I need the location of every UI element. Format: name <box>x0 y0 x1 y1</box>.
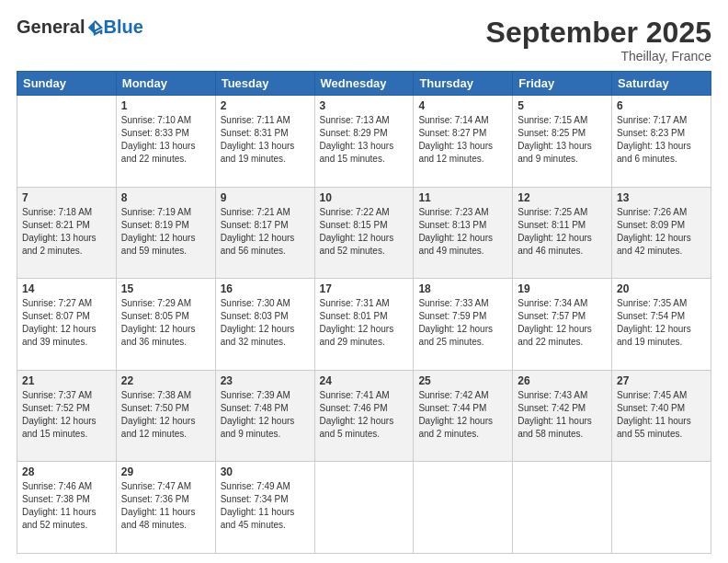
day-info: Sunrise: 7:29 AMSunset: 8:05 PMDaylight:… <box>121 297 210 349</box>
day-number: 10 <box>320 191 409 204</box>
day-number: 23 <box>221 374 310 387</box>
month-title: September 2025 <box>486 17 711 49</box>
logo-blue-text: Blue <box>103 17 142 38</box>
day-info: Sunrise: 7:43 AMSunset: 7:42 PMDaylight:… <box>518 389 607 441</box>
day-number: 24 <box>320 374 409 387</box>
day-number: 1 <box>121 99 210 112</box>
day-number: 7 <box>22 191 111 204</box>
col-wednesday: Wednesday <box>314 72 414 96</box>
day-info: Sunrise: 7:42 AMSunset: 7:44 PMDaylight:… <box>418 389 507 441</box>
calendar-cell: 9Sunrise: 7:21 AMSunset: 8:17 PMDaylight… <box>215 187 314 279</box>
calendar-cell: 28Sunrise: 7:46 AMSunset: 7:38 PMDayligh… <box>17 462 117 554</box>
day-info: Sunrise: 7:39 AMSunset: 7:48 PMDaylight:… <box>221 389 310 441</box>
day-number: 14 <box>22 282 111 295</box>
day-number: 11 <box>418 191 507 204</box>
day-info: Sunrise: 7:33 AMSunset: 7:59 PMDaylight:… <box>418 297 507 349</box>
subtitle: Theillay, France <box>486 49 711 63</box>
day-info: Sunrise: 7:41 AMSunset: 7:46 PMDaylight:… <box>320 389 409 441</box>
day-number: 19 <box>518 282 607 295</box>
calendar-cell: 16Sunrise: 7:30 AMSunset: 8:03 PMDayligh… <box>215 279 314 371</box>
calendar-cell <box>314 462 414 554</box>
title-area: September 2025 Theillay, France <box>486 17 711 63</box>
day-info: Sunrise: 7:17 AMSunset: 8:23 PMDaylight:… <box>617 114 706 166</box>
logo-general-text: General <box>17 17 85 38</box>
day-number: 6 <box>617 99 706 112</box>
col-sunday: Sunday <box>17 72 117 96</box>
day-info: Sunrise: 7:18 AMSunset: 8:21 PMDaylight:… <box>22 206 111 258</box>
calendar-cell: 5Sunrise: 7:15 AMSunset: 8:25 PMDaylight… <box>513 96 612 188</box>
calendar-cell: 15Sunrise: 7:29 AMSunset: 8:05 PMDayligh… <box>116 279 215 371</box>
day-number: 15 <box>121 282 210 295</box>
day-number: 5 <box>518 99 607 112</box>
calendar-cell <box>612 462 711 554</box>
day-info: Sunrise: 7:30 AMSunset: 8:03 PMDaylight:… <box>221 297 310 349</box>
day-number: 9 <box>221 191 310 204</box>
calendar-cell: 29Sunrise: 7:47 AMSunset: 7:36 PMDayligh… <box>116 462 215 554</box>
day-info: Sunrise: 7:45 AMSunset: 7:40 PMDaylight:… <box>617 389 706 441</box>
page: General Blue September 2025 Theillay, Fr… <box>0 0 728 563</box>
day-number: 26 <box>518 374 607 387</box>
week-row-1: 7Sunrise: 7:18 AMSunset: 8:21 PMDaylight… <box>17 187 711 279</box>
day-number: 28 <box>22 465 111 478</box>
calendar-cell: 17Sunrise: 7:31 AMSunset: 8:01 PMDayligh… <box>314 279 414 371</box>
day-number: 27 <box>617 374 706 387</box>
calendar-cell: 20Sunrise: 7:35 AMSunset: 7:54 PMDayligh… <box>612 279 711 371</box>
day-number: 18 <box>418 282 507 295</box>
day-info: Sunrise: 7:25 AMSunset: 8:11 PMDaylight:… <box>518 206 607 258</box>
day-number: 29 <box>121 465 210 478</box>
week-row-3: 21Sunrise: 7:37 AMSunset: 7:52 PMDayligh… <box>17 370 711 462</box>
day-number: 8 <box>121 191 210 204</box>
calendar-cell: 21Sunrise: 7:37 AMSunset: 7:52 PMDayligh… <box>17 370 117 462</box>
day-number: 4 <box>418 99 507 112</box>
calendar-header-row: Sunday Monday Tuesday Wednesday Thursday… <box>17 72 711 96</box>
day-info: Sunrise: 7:46 AMSunset: 7:38 PMDaylight:… <box>22 480 111 532</box>
calendar-cell: 7Sunrise: 7:18 AMSunset: 8:21 PMDaylight… <box>17 187 117 279</box>
day-info: Sunrise: 7:35 AMSunset: 7:54 PMDaylight:… <box>617 297 706 349</box>
day-info: Sunrise: 7:34 AMSunset: 7:57 PMDaylight:… <box>518 297 607 349</box>
day-number: 30 <box>221 465 310 478</box>
calendar-cell: 6Sunrise: 7:17 AMSunset: 8:23 PMDaylight… <box>612 96 711 188</box>
week-row-0: 1Sunrise: 7:10 AMSunset: 8:33 PMDaylight… <box>17 96 711 188</box>
day-info: Sunrise: 7:10 AMSunset: 8:33 PMDaylight:… <box>121 114 210 166</box>
day-info: Sunrise: 7:13 AMSunset: 8:29 PMDaylight:… <box>320 114 409 166</box>
calendar-cell: 23Sunrise: 7:39 AMSunset: 7:48 PMDayligh… <box>215 370 314 462</box>
day-number: 25 <box>418 374 507 387</box>
day-info: Sunrise: 7:15 AMSunset: 8:25 PMDaylight:… <box>518 114 607 166</box>
day-number: 12 <box>518 191 607 204</box>
week-row-2: 14Sunrise: 7:27 AMSunset: 8:07 PMDayligh… <box>17 279 711 371</box>
day-info: Sunrise: 7:49 AMSunset: 7:34 PMDaylight:… <box>221 480 310 532</box>
calendar-cell: 13Sunrise: 7:26 AMSunset: 8:09 PMDayligh… <box>612 187 711 279</box>
calendar-cell: 14Sunrise: 7:27 AMSunset: 8:07 PMDayligh… <box>17 279 117 371</box>
col-monday: Monday <box>116 72 215 96</box>
calendar-table: Sunday Monday Tuesday Wednesday Thursday… <box>17 71 711 554</box>
day-number: 17 <box>320 282 409 295</box>
day-info: Sunrise: 7:19 AMSunset: 8:19 PMDaylight:… <box>121 206 210 258</box>
calendar-cell: 19Sunrise: 7:34 AMSunset: 7:57 PMDayligh… <box>513 279 612 371</box>
col-saturday: Saturday <box>612 72 711 96</box>
day-info: Sunrise: 7:26 AMSunset: 8:09 PMDaylight:… <box>617 206 706 258</box>
calendar-cell: 2Sunrise: 7:11 AMSunset: 8:31 PMDaylight… <box>215 96 314 188</box>
calendar-cell: 1Sunrise: 7:10 AMSunset: 8:33 PMDaylight… <box>116 96 215 188</box>
calendar-cell <box>513 462 612 554</box>
calendar-cell: 11Sunrise: 7:23 AMSunset: 8:13 PMDayligh… <box>414 187 513 279</box>
col-friday: Friday <box>513 72 612 96</box>
day-info: Sunrise: 7:37 AMSunset: 7:52 PMDaylight:… <box>22 389 111 441</box>
day-info: Sunrise: 7:22 AMSunset: 8:15 PMDaylight:… <box>320 206 409 258</box>
day-number: 20 <box>617 282 706 295</box>
day-number: 16 <box>221 282 310 295</box>
day-info: Sunrise: 7:38 AMSunset: 7:50 PMDaylight:… <box>121 389 210 441</box>
calendar-cell: 12Sunrise: 7:25 AMSunset: 8:11 PMDayligh… <box>513 187 612 279</box>
day-info: Sunrise: 7:27 AMSunset: 8:07 PMDaylight:… <box>22 297 111 349</box>
calendar-cell: 3Sunrise: 7:13 AMSunset: 8:29 PMDaylight… <box>314 96 414 188</box>
calendar-cell <box>17 96 117 188</box>
calendar-cell: 10Sunrise: 7:22 AMSunset: 8:15 PMDayligh… <box>314 187 414 279</box>
logo-icon <box>86 19 103 36</box>
calendar-cell <box>414 462 513 554</box>
col-thursday: Thursday <box>414 72 513 96</box>
calendar-cell: 22Sunrise: 7:38 AMSunset: 7:50 PMDayligh… <box>116 370 215 462</box>
calendar-cell: 24Sunrise: 7:41 AMSunset: 7:46 PMDayligh… <box>314 370 414 462</box>
day-info: Sunrise: 7:47 AMSunset: 7:36 PMDaylight:… <box>121 480 210 532</box>
calendar-cell: 27Sunrise: 7:45 AMSunset: 7:40 PMDayligh… <box>612 370 711 462</box>
day-info: Sunrise: 7:11 AMSunset: 8:31 PMDaylight:… <box>221 114 310 166</box>
header: General Blue September 2025 Theillay, Fr… <box>17 17 711 63</box>
